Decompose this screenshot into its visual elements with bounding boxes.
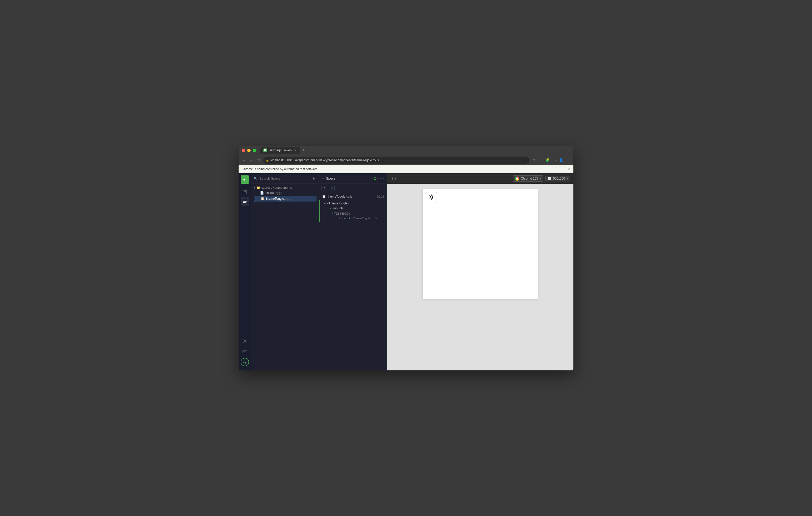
spec-list-header: 🔍 +	[251, 173, 319, 184]
sidebar-toggle-icon[interactable]: ▭	[551, 157, 557, 163]
add-spec-button[interactable]: +	[311, 176, 317, 181]
sidebar-bottom: cy	[241, 337, 249, 368]
test-case-name: mounts	[333, 207, 344, 210]
svg-rect-5	[243, 200, 247, 200]
spec-folder-header[interactable]: ▾ 📁 cypress / components	[254, 185, 317, 190]
spec-folder: ▾ 📁 cypress / components 📄 callout.cy.js…	[251, 184, 319, 203]
pass-check-icon: ✓	[329, 207, 332, 210]
preview-panel: Chrome 105 ▾ ⬜ 500x500 ▾	[387, 173, 573, 370]
active-tab[interactable]: larsmagnus-web ✕	[260, 147, 300, 154]
spec-name-active: themeToggle	[266, 197, 284, 201]
back-button[interactable]: ←	[241, 157, 247, 163]
theme-toggle-component[interactable]	[426, 192, 437, 203]
pass-count: 2	[374, 177, 376, 180]
browser-window: larsmagnus-web ✕ + ⌄ ← → ↻ 🔒 localhost:8…	[239, 146, 573, 370]
refresh-button[interactable]: ↺	[329, 185, 335, 191]
pending-icon: –	[380, 177, 382, 180]
tab-close-button[interactable]: ✕	[293, 149, 297, 152]
preview-toolbar: Chrome 105 ▾ ⬜ 500x500 ▾	[387, 173, 573, 184]
collapse-icon[interactable]: ≡	[322, 177, 324, 180]
nav-bar: ← → ↻ 🔒 localhost:8080/__/#/specs/runner…	[239, 155, 573, 165]
cypress-badge-label: cy	[243, 361, 246, 364]
info-bar: Chrome is being controlled by automated …	[239, 165, 573, 173]
svg-point-8	[244, 340, 245, 342]
search-input[interactable]	[259, 177, 309, 180]
test-results: 📋 themeToggle.cy.js 00:37 ▾ <ThemeToggle…	[319, 192, 387, 370]
tabs-area: larsmagnus-web ✕ +	[260, 147, 566, 154]
title-bar-controls: ⌄	[568, 149, 570, 152]
bookmark-icon[interactable]: ☆	[538, 157, 544, 163]
test-case-mounts[interactable]: ✓ mounts	[324, 206, 384, 211]
new-tab-button[interactable]: +	[300, 147, 308, 154]
test-filename-main: themeToggle	[327, 195, 346, 199]
window-chevron-icon[interactable]: ⌄	[568, 149, 570, 152]
folder-icon: 📁	[256, 186, 260, 189]
panel-title: Specs	[326, 177, 336, 180]
lock-icon: 🔒	[266, 159, 269, 161]
sidebar-logo[interactable]	[241, 175, 249, 184]
viewport-label: 500x500	[553, 177, 565, 180]
extensions-icon[interactable]: 🧩	[545, 157, 550, 163]
test-section-body: ▾ TEST BODY	[324, 211, 384, 216]
suite-name: <ThemeToggle>	[327, 202, 349, 205]
svg-line-26	[433, 195, 433, 196]
browser-selector[interactable]: Chrome 105 ▾	[513, 175, 543, 182]
file-icon: 📄	[260, 191, 264, 195]
sidebar: cy	[239, 173, 251, 370]
test-stats: ✓ 2 × – –	[371, 177, 384, 180]
info-bar-close-button[interactable]: ✕	[567, 167, 570, 171]
info-bar-message: Chrome is being controlled by automated …	[242, 167, 318, 171]
svg-rect-13	[244, 352, 245, 352]
minimize-button[interactable]	[247, 149, 251, 152]
chevron-down-icon: ▾	[254, 186, 255, 189]
preview-settings-icon[interactable]	[390, 175, 398, 182]
svg-rect-11	[244, 351, 245, 352]
spec-ext: .cy.js	[275, 191, 282, 195]
browser-label: Chrome 105	[521, 177, 538, 180]
crosshair-icon	[392, 176, 396, 181]
nav-right-icons: ⬆ ☆ 🧩 ▭ 👤 ⋮	[531, 157, 571, 163]
cypress-badge[interactable]: cy	[241, 358, 249, 366]
test-filename: themeToggle.cy.js	[327, 195, 352, 199]
spec-item-themetoggle[interactable]: 📋 themeToggle.cy.js	[254, 196, 317, 202]
main-content: cy 🔍 + ▾ 📁 cypress / components 📄	[239, 173, 573, 370]
sidebar-item-runner[interactable]	[241, 198, 249, 206]
pass-indicator-bar	[319, 200, 320, 222]
profile-icon[interactable]: 👤	[558, 157, 564, 163]
svg-line-24	[430, 195, 430, 196]
more-options-icon[interactable]: ⋮	[565, 157, 571, 163]
test-panel-header: ≡ Specs ✓ 2 × – –	[319, 173, 387, 184]
reload-button[interactable]: ↻	[256, 157, 262, 163]
sidebar-item-specs[interactable]	[241, 188, 249, 196]
collapse-all-button[interactable]: ▾	[321, 185, 327, 191]
maximize-button[interactable]	[253, 149, 256, 152]
spec-item-label-active: themeToggle.cy.js	[266, 197, 291, 201]
cmd-args: <ThemeToggle ... />	[352, 217, 377, 220]
command-row[interactable]: 1 mount <ThemeToggle ... />	[324, 216, 384, 221]
suite-header[interactable]: ▾ <ThemeToggle>	[324, 201, 384, 206]
address-bar[interactable]: 🔒 localhost:8080/__/#/specs/runner?file=…	[263, 157, 529, 164]
svg-line-27	[430, 198, 430, 199]
settings-icon	[242, 339, 247, 343]
fail-stat: ×	[377, 177, 379, 180]
cypress-logo-icon	[242, 177, 248, 182]
sidebar-item-settings[interactable]	[241, 337, 249, 345]
more-stat: –	[382, 177, 384, 180]
test-file-row[interactable]: 📋 themeToggle.cy.js 00:37	[319, 193, 387, 200]
sidebar-item-keyboard[interactable]	[241, 347, 249, 356]
viewport-icon: ⬜	[548, 177, 551, 180]
viewport-selector[interactable]: ⬜ 500x500 ▾	[545, 176, 570, 181]
forward-button[interactable]: →	[249, 157, 254, 163]
keyboard-icon	[242, 349, 247, 354]
share-icon[interactable]: ⬆	[531, 157, 537, 163]
suite-chevron-icon: ▾	[324, 202, 326, 205]
spec-list-panel: 🔍 + ▾ 📁 cypress / components 📄 callout.c…	[251, 173, 319, 370]
spec-item-callout[interactable]: 📄 callout.cy.js	[254, 190, 317, 196]
sun-icon	[429, 194, 434, 201]
section-label: TEST BODY	[334, 212, 350, 215]
close-button[interactable]	[242, 149, 245, 152]
svg-rect-12	[245, 351, 246, 352]
test-file-icon: 📋	[322, 195, 326, 199]
spec-name: callout	[265, 191, 275, 195]
spec-ext-active: .cy.js	[284, 197, 291, 201]
